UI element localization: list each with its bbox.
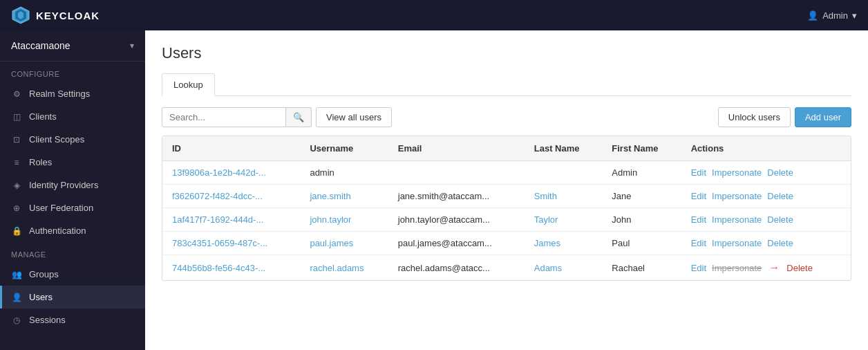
user-icon: 👤 — [807, 10, 818, 21]
user-id-link[interactable]: f3626072-f482-4dcc-... — [172, 191, 263, 201]
username-link[interactable]: john.taylor — [310, 214, 351, 225]
arrow-indicator-icon: → — [768, 261, 780, 274]
username-cell: paul.james — [300, 232, 388, 255]
add-user-button[interactable]: Add user — [795, 107, 851, 127]
tabs: Lookup — [162, 73, 851, 96]
manage-section-label: Manage — [0, 242, 145, 263]
identity-providers-icon: ◈ — [11, 181, 22, 190]
toolbar-right: Unlock users Add user — [718, 107, 851, 127]
search-button[interactable]: 🔍 — [286, 107, 312, 127]
user-label: Admin — [822, 10, 848, 21]
impersonate-action[interactable]: Impersonate — [712, 167, 762, 178]
username-cell: admin — [300, 161, 388, 185]
username-link[interactable]: rachel.adams — [310, 263, 364, 273]
sidebar-item-sessions[interactable]: ◷ Sessions — [0, 308, 145, 331]
edit-action[interactable]: Edit — [691, 238, 706, 248]
table-row: 783c4351-0659-487c-...paul.jamespaul.jam… — [162, 232, 851, 255]
edit-action[interactable]: Edit — [691, 263, 706, 273]
username-link[interactable]: paul.james — [310, 238, 353, 248]
realm-selector[interactable]: Ataccamaone ▾ — [0, 30, 145, 62]
actions-cell: EditImpersonateDelete — [681, 208, 851, 232]
firstname-cell: Admin — [602, 161, 681, 185]
unlock-users-button[interactable]: Unlock users — [718, 107, 791, 127]
sidebar-item-client-scopes[interactable]: ⊡ Client Scopes — [0, 128, 145, 151]
email-cell — [388, 161, 525, 185]
actions-cell: EditImpersonateDelete — [681, 161, 851, 185]
table-row: f3626072-f482-4dcc-...jane.smithjane.smi… — [162, 185, 851, 208]
firstname-cell: John — [602, 208, 681, 232]
toolbar-left: 🔍 View all users — [162, 107, 392, 127]
edit-action[interactable]: Edit — [691, 214, 706, 225]
user-federation-icon: ⊕ — [11, 203, 22, 213]
username-cell: john.taylor — [300, 208, 388, 232]
lastname-link[interactable]: Taylor — [534, 214, 558, 225]
firstname-cell: Paul — [602, 232, 681, 255]
email-cell: rachel.adams@atacc... — [388, 255, 525, 281]
sidebar-item-users[interactable]: 👤 Users — [0, 286, 145, 308]
sidebar-item-user-federation[interactable]: ⊕ User Federation — [0, 196, 145, 219]
realm-name: Ataccamaone — [11, 40, 70, 51]
delete-action[interactable]: Delete — [767, 167, 793, 178]
username-cell: jane.smith — [300, 185, 388, 208]
sidebar-item-roles[interactable]: ≡ Roles — [0, 151, 145, 174]
user-id-link[interactable]: 744b56b8-fe56-4c43-... — [172, 263, 265, 273]
search-input[interactable] — [162, 107, 286, 127]
lastname-cell: Taylor — [525, 208, 603, 232]
sidebar-item-authentication[interactable]: 🔒 Authentication — [0, 219, 145, 242]
user-id-link[interactable]: 1af417f7-1692-444d-... — [172, 214, 263, 225]
impersonate-action[interactable]: Impersonate — [712, 191, 762, 201]
email-cell: john.taylor@ataccam... — [388, 208, 525, 232]
tab-lookup[interactable]: Lookup — [162, 73, 215, 96]
sidebar-item-groups[interactable]: 👥 Groups — [0, 263, 145, 286]
lastname-link[interactable]: Smith — [534, 191, 557, 201]
groups-icon: 👥 — [11, 270, 22, 279]
lastname-cell: Adams — [525, 255, 603, 281]
impersonate-action[interactable]: Impersonate — [712, 238, 762, 248]
logo: KEYCLOAK — [11, 6, 100, 25]
sidebar-item-label: Authentication — [29, 225, 86, 236]
sidebar-item-label: Identity Providers — [29, 180, 98, 190]
delete-action[interactable]: Delete — [767, 238, 793, 248]
delete-action[interactable]: Delete — [767, 214, 793, 225]
sidebar-item-label: Sessions — [29, 315, 66, 325]
lastname-link[interactable]: James — [534, 238, 560, 248]
lastname-link[interactable]: Adams — [534, 263, 562, 273]
lastname-cell: James — [525, 232, 603, 255]
main-content: Users Lookup 🔍 View all users Unlock use… — [145, 30, 868, 350]
username-cell: rachel.adams — [300, 255, 388, 281]
impersonate-action[interactable]: Impersonate — [712, 263, 762, 273]
user-id-link[interactable]: 13f9806a-1e2b-442d-... — [172, 167, 266, 178]
sidebar-item-realm-settings[interactable]: ⚙ Realm Settings — [0, 82, 145, 105]
sidebar-item-label: Users — [29, 292, 53, 302]
delete-action[interactable]: Delete — [767, 191, 793, 201]
clients-icon: ◫ — [11, 112, 22, 122]
sidebar-item-label: Roles — [29, 157, 52, 167]
actions-cell: EditImpersonateDelete — [681, 232, 851, 255]
sidebar-item-identity-providers[interactable]: ◈ Identity Providers — [0, 174, 145, 196]
user-menu[interactable]: 👤 Admin ▾ — [807, 10, 857, 21]
table-row: 13f9806a-1e2b-442d-...adminAdminEditImpe… — [162, 161, 851, 185]
edit-action[interactable]: Edit — [691, 191, 706, 201]
topnav: KEYCLOAK 👤 Admin ▾ — [0, 0, 868, 30]
impersonate-action[interactable]: Impersonate — [712, 214, 762, 225]
col-lastname: Last Name — [525, 136, 603, 161]
lastname-cell: Smith — [525, 185, 603, 208]
table-row: 744b56b8-fe56-4c43-...rachel.adamsrachel… — [162, 255, 851, 281]
firstname-cell: Rachael — [602, 255, 681, 281]
realm-settings-icon: ⚙ — [11, 89, 22, 99]
sidebar-item-label: Clients — [29, 111, 57, 122]
sidebar: Ataccamaone ▾ Configure ⚙ Realm Settings… — [0, 30, 145, 350]
user-id-link[interactable]: 783c4351-0659-487c-... — [172, 238, 267, 248]
page-title: Users — [162, 44, 851, 62]
table-header: ID Username Email Last Name First Name A… — [162, 136, 851, 161]
col-firstname: First Name — [602, 136, 681, 161]
sidebar-item-clients[interactable]: ◫ Clients — [0, 105, 145, 128]
delete-action[interactable]: Delete — [786, 263, 813, 273]
edit-action[interactable]: Edit — [691, 167, 706, 178]
view-all-users-button[interactable]: View all users — [316, 107, 392, 127]
col-actions: Actions — [681, 136, 851, 161]
actions-cell: EditImpersonate→Delete — [681, 255, 851, 281]
username-link[interactable]: jane.smith — [310, 191, 350, 201]
col-email: Email — [388, 136, 525, 161]
keycloak-logo-icon — [11, 6, 30, 25]
